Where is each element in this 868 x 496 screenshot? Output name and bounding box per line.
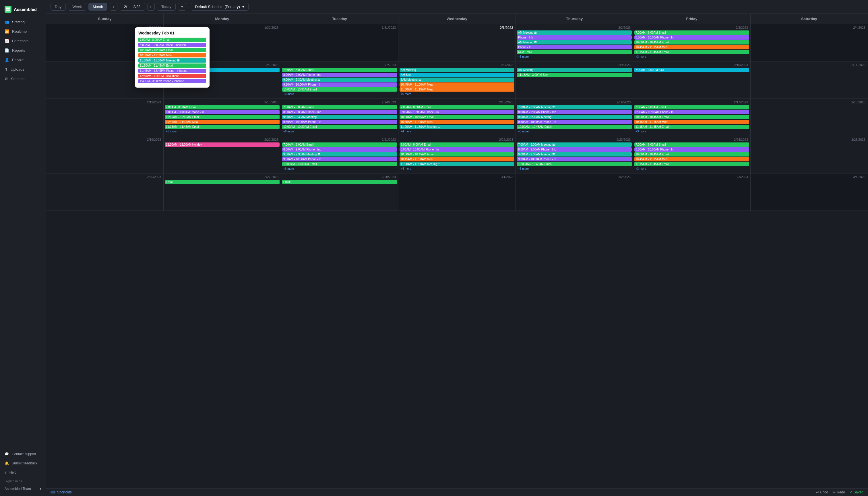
- more-events-link[interactable]: +6 more: [282, 167, 397, 171]
- sidebar-item-staffing[interactable]: 👥 Staffing: [0, 17, 46, 27]
- table-row[interactable]: 2/21/2023 7:00AM - 8:00AM Email 8:00AM -…: [281, 136, 398, 173]
- list-item[interactable]: 10:00AM - 10:45AM Email: [634, 115, 749, 119]
- list-item[interactable]: 8:00AM - 10:00AM Phone - In: [400, 110, 514, 114]
- table-row[interactable]: 2/26/2023: [46, 173, 164, 211]
- list-item[interactable]: 10:00AM - 10:45AM Email: [400, 152, 514, 156]
- list-item[interactable]: 11:15AM - 11:45AM Email: [634, 162, 749, 166]
- sidebar-item-realtime[interactable]: 📶 Realtime: [0, 27, 46, 36]
- undo-button[interactable]: ↩ Undo: [816, 490, 829, 494]
- list-item[interactable]: 10:45AM - 11:15AM Meal: [634, 120, 749, 124]
- list-item[interactable]: 9:00AM - 9:30AM Meeting ☰: [282, 152, 397, 156]
- next-period-button[interactable]: ›: [147, 3, 155, 11]
- month-view-button[interactable]: Month: [89, 3, 107, 11]
- popup-event[interactable]: 12:45PM - 1:45PM Escalations: [138, 74, 206, 78]
- shortcuts-button[interactable]: ⌨ Shortcuts: [50, 490, 72, 494]
- table-row[interactable]: 2/15/2023 7:00AM - 8:00AM Email 8:00AM -…: [398, 99, 516, 136]
- prev-period-button[interactable]: ‹: [110, 3, 117, 11]
- table-row[interactable]: 2/19/2023: [46, 136, 164, 173]
- contact-support-button[interactable]: 💬 Contact support: [0, 449, 46, 459]
- list-item[interactable]: AM Sick: [400, 73, 514, 77]
- popup-event[interactable]: 10:30AM - 11:00AM Meal: [138, 53, 206, 58]
- table-row[interactable]: 1/31/2023: [281, 24, 398, 61]
- list-item[interactable]: 7:00AM - 8:00AM Email: [165, 105, 279, 109]
- table-row[interactable]: 3/3/2023: [633, 173, 751, 211]
- list-item[interactable]: 9:30AM - 10:00AM Phone - In: [282, 157, 397, 161]
- popup-event[interactable]: 1:45PM - 3:00PM Phone - Inbound: [138, 79, 206, 83]
- sidebar-item-reports[interactable]: 📄 Reports: [0, 46, 46, 55]
- table-row[interactable]: 2/22/2023 7:00AM - 8:00AM Email 8:00AM -…: [398, 136, 516, 173]
- signed-in-user[interactable]: Assembled Team ▾: [0, 485, 46, 493]
- list-item[interactable]: 10:45AM - 11:15AM Meal: [634, 45, 749, 49]
- today-dropdown-button[interactable]: ▾: [178, 3, 186, 11]
- list-item[interactable]: AM Meeting ☰: [517, 68, 632, 72]
- more-events-link[interactable]: +3 more: [634, 129, 749, 133]
- list-item[interactable]: 10:45AM - 11:00AM Meal: [400, 82, 514, 87]
- list-item[interactable]: 9:30AM - 10:00AM Phone - In: [517, 120, 632, 124]
- list-item[interactable]: 11:00AM - 11:30AM Meeting ☰: [400, 125, 514, 129]
- list-item[interactable]: 9:00AM - 9:30AM Meeting ☰: [282, 78, 397, 82]
- list-item[interactable]: 10:45AM - 11:15AM Meal: [165, 120, 279, 124]
- list-item[interactable]: 8:00AM - 9:00AM Phone - Inb: [517, 148, 632, 152]
- more-events-link[interactable]: +5 more: [517, 129, 632, 133]
- list-item[interactable]: 7:00AM - 8:00AM Email: [400, 105, 514, 109]
- table-row[interactable]: 2/14/2023 7:00AM - 8:00AM Email 8:00AM -…: [281, 99, 398, 136]
- list-item[interactable]: AM Meeting ☰: [400, 68, 514, 72]
- list-item[interactable]: 10:00AM - 10:45AM Email: [517, 162, 632, 166]
- week-view-button[interactable]: Week: [68, 3, 86, 11]
- list-item[interactable]: 10:00AM - 10:45AM Email: [634, 152, 749, 156]
- day-detail-popup[interactable]: Wednesday Feb 01 7:00AM - 8:00AM Email 8…: [135, 27, 210, 88]
- more-events-link[interactable]: +4 more: [400, 167, 514, 171]
- list-item[interactable]: 10:00AM - 10:45AM Email: [634, 40, 749, 45]
- list-item[interactable]: Phone - In: [517, 45, 632, 49]
- list-item[interactable]: 6AM Meeting ☰: [400, 78, 514, 82]
- list-item[interactable]: 7:00AM - 8:00AM Email: [634, 105, 749, 109]
- popup-event[interactable]: 10:00AM - 10:30AM Email: [138, 48, 206, 52]
- list-item[interactable]: 10:45AM - 11:00AM Meal: [400, 120, 514, 124]
- table-row[interactable]: 2/8/2023 AM Meeting ☰ AM Sick 6AM Meetin…: [398, 61, 516, 99]
- list-item[interactable]: 11:00AM - 11:15AM Meal: [400, 87, 514, 92]
- day-view-button[interactable]: Day: [50, 3, 66, 11]
- list-item[interactable]: 10:00AM - 10:45AM Email: [400, 115, 514, 119]
- table-row[interactable]: 2/2/2023 AM Meeting ☰ Phone - Inb AM Mee…: [516, 24, 633, 61]
- more-events-link[interactable]: +5 more: [517, 167, 632, 171]
- list-item[interactable]: Phone - Inb: [517, 35, 632, 40]
- list-item[interactable]: 7:00AM - 8:00AM Email: [400, 142, 514, 147]
- redo-button[interactable]: ↪ Redo: [833, 490, 845, 494]
- list-item[interactable]: 8:00AM - 10:00AM Phone - In: [634, 110, 749, 114]
- list-item[interactable]: 7:00AM - 8:00AM Email: [282, 105, 397, 109]
- list-item[interactable]: 7:00AM - 3:00PM Sick: [634, 68, 749, 72]
- list-item[interactable]: 8:00AM - 10:00AM Phone - In: [634, 148, 749, 152]
- schedule-dropdown[interactable]: Default Schedule (Primary) ▾: [191, 3, 248, 11]
- list-item[interactable]: 11:15AM - 11:45AM Email: [634, 50, 749, 54]
- list-item[interactable]: AM Meeting ☰: [517, 40, 632, 45]
- table-row[interactable]: 2/28/2023 Email: [281, 173, 398, 211]
- more-events-link[interactable]: +6 more: [282, 129, 397, 133]
- list-item[interactable]: 9:30AM - 10:00AM Phone - In: [517, 157, 632, 161]
- list-item[interactable]: 10:00AM - 10:30AM Email: [282, 125, 397, 129]
- list-item[interactable]: 9:00AM - 9:30AM Meeting ☰: [517, 115, 632, 119]
- list-item[interactable]: 6AM Email: [517, 50, 632, 54]
- list-item[interactable]: 9:30AM - 10:00AM Phone - In: [282, 120, 397, 124]
- list-item[interactable]: 11:15AM - 11:45AM Email: [165, 125, 279, 129]
- popup-event[interactable]: 7:00AM - 8:00AM Email: [138, 37, 206, 42]
- list-item[interactable]: 9:00AM - 9:30AM Meeting ☰: [517, 152, 632, 156]
- table-row[interactable]: 2/4/2023: [751, 24, 868, 61]
- table-row[interactable]: 2/1/2023: [398, 24, 516, 61]
- table-row[interactable]: 3/2/2023: [516, 173, 633, 211]
- help-button[interactable]: ? Help: [0, 468, 46, 477]
- table-row[interactable]: 2/9/2023 AM Meeting ☰ 11:15AM - 3:00PM S…: [516, 61, 633, 99]
- popup-event[interactable]: 11:30AM - 11:45AM Email: [138, 63, 206, 68]
- table-row[interactable]: 2/3/2023 7:00AM - 8:00AM Email 8:00AM - …: [633, 24, 751, 61]
- popup-event[interactable]: 11:45AM - 12:45PM Phone - Inbound: [138, 68, 206, 73]
- more-events-link[interactable]: +3 more: [634, 167, 749, 171]
- list-item[interactable]: 7:00AM - 8:00AM Meeting ☰: [517, 142, 632, 147]
- list-item[interactable]: Email: [165, 180, 279, 184]
- sidebar-item-settings[interactable]: ⚙ Settings: [0, 74, 46, 83]
- more-events-link[interactable]: +3 more: [165, 129, 279, 133]
- list-item[interactable]: 9:00AM - 9:30AM Meeting ☰: [282, 115, 397, 119]
- list-item[interactable]: 10:00AM - 10:30AM Email: [282, 87, 397, 92]
- today-button[interactable]: Today: [157, 3, 176, 11]
- table-row[interactable]: 2/23/2023 7:00AM - 8:00AM Meeting ☰ 8:00…: [516, 136, 633, 173]
- table-row[interactable]: 2/17/2023 7:00AM - 8:00AM Email 8:00AM -…: [633, 99, 751, 136]
- list-item[interactable]: 8:00AM - 10:00AM Phone - In: [165, 110, 279, 114]
